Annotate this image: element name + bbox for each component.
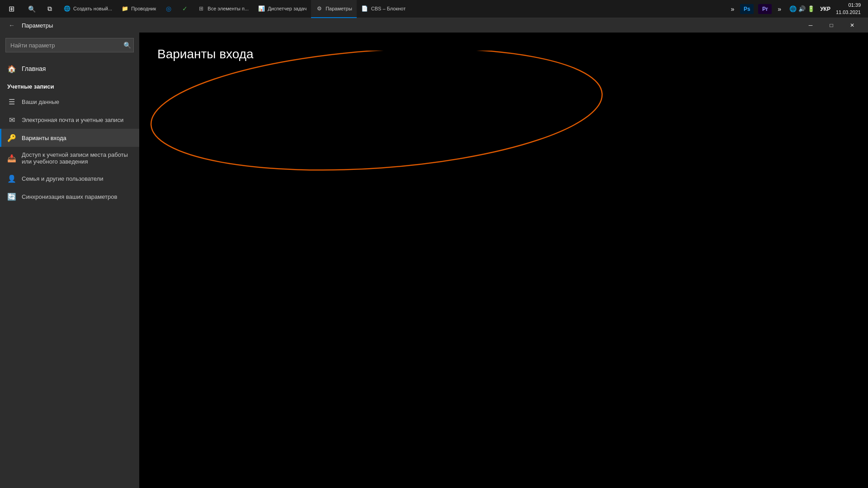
taskbar-app-tick[interactable]: ✓ — [177, 0, 193, 18]
sidebar-item-work-label: Доступ к учетной записи места работы или… — [22, 151, 132, 165]
taskbar-app-chrome[interactable]: 🌐 Создать новый... — [59, 0, 117, 18]
sidebar-search-container: 🔍 — [5, 38, 134, 52]
home-label: Главная — [22, 65, 46, 72]
sidebar-item-work[interactable]: 📥 Доступ к учетной записи места работы и… — [0, 147, 139, 169]
window-title-text: Параметры — [22, 22, 800, 29]
sidebar-section-title: Учетные записи — [0, 78, 139, 93]
taskbar-search-button[interactable]: 🔍 — [23, 0, 41, 18]
tray-volume-icon[interactable]: 🔊 — [798, 5, 806, 12]
explorer-label: Проводник — [131, 6, 156, 11]
chrome-label: Создать новый... — [73, 6, 112, 11]
all-elements-label: Все элементы п... — [208, 6, 249, 11]
taskbar-app-photoshop[interactable]: Ps — [739, 1, 755, 17]
taskbar-app-explorer[interactable]: 📁 Проводник — [117, 0, 160, 18]
close-button[interactable]: ✕ — [842, 18, 863, 33]
settings-sidebar: 🔍 🏠 Главная Учетные записи ☰ Ваши данные… — [0, 33, 139, 488]
start-button[interactable]: ⊞ — [0, 0, 23, 18]
tray-battery-icon[interactable]: 🔋 — [807, 5, 815, 12]
maximize-button[interactable]: □ — [821, 18, 842, 33]
taskbar-app-taskmgr[interactable]: 📊 Диспетчер задач — [253, 0, 311, 18]
clock-time: 01:39 — [836, 2, 861, 9]
notepad-label: CBS – Блокнот — [371, 6, 406, 11]
sidebar-item-email[interactable]: ✉ Электронная почта и учетные записи — [0, 111, 139, 129]
taskbar-app-premiere[interactable]: Pr — [757, 1, 773, 17]
taskbar-app-edge[interactable]: ◎ — [160, 0, 177, 18]
taskbar-app-notepad[interactable]: 📄 CBS – Блокнот — [357, 0, 410, 18]
task-view-icon: ⧉ — [47, 5, 52, 13]
sidebar-item-sync[interactable]: 🔄 Синхронизация ваших параметров — [0, 188, 139, 206]
sidebar-item-sign-in[interactable]: 🔑 Варианты входа — [0, 129, 139, 147]
sign-in-icon: 🔑 — [7, 133, 16, 142]
all-elements-icon: ⊞ — [198, 5, 205, 12]
window-titlebar: ← Параметры ─ □ ✕ — [0, 18, 868, 33]
home-icon: 🏠 — [7, 64, 16, 73]
task-view-button[interactable]: ⧉ — [41, 0, 59, 18]
taskmgr-icon: 📊 — [258, 5, 265, 12]
chrome-icon: 🌐 — [63, 5, 71, 12]
explorer-icon: 📁 — [121, 5, 128, 12]
sidebar-item-family[interactable]: 👤 Семья и другие пользователи — [0, 169, 139, 188]
page-title: Варианты входа — [157, 47, 850, 61]
taskmgr-label: Диспетчер задач — [268, 6, 307, 11]
tray-network-icon[interactable]: 🌐 — [789, 5, 797, 12]
maximize-icon: □ — [830, 22, 833, 28]
language-indicator[interactable]: УКР — [818, 6, 832, 12]
sidebar-item-your-data-label: Ваши данные — [22, 99, 59, 105]
sidebar-item-family-label: Семья и другие пользователи — [22, 175, 103, 182]
sidebar-item-email-label: Электронная почта и учетные записи — [22, 117, 123, 123]
sidebar-item-sync-label: Синхронизация ваших параметров — [22, 193, 117, 200]
sidebar-item-sign-in-label: Варианты входа — [22, 135, 66, 141]
taskbar-right: » Ps Pr » 🌐 🔊 🔋 УКР 01:39 11.03.2021 — [728, 0, 868, 18]
sync-icon: 🔄 — [7, 192, 16, 201]
system-tray: 🌐 🔊 🔋 УКР 01:39 11.03.2021 — [786, 2, 864, 16]
work-icon: 📥 — [7, 154, 16, 163]
settings-icon: ⚙ — [316, 5, 323, 12]
close-icon: ✕ — [850, 22, 854, 28]
taskbar: ⊞ 🔍 ⧉ 🌐 Создать новый... 📁 Проводник ◎ ✓… — [0, 0, 868, 18]
start-icon: ⊞ — [9, 5, 14, 13]
clock[interactable]: 01:39 11.03.2021 — [836, 2, 861, 16]
window-controls: ─ □ ✕ — [800, 18, 863, 33]
taskbar-app-settings[interactable]: ⚙ Параметры — [311, 0, 357, 18]
overflow-button[interactable]: » — [728, 5, 737, 13]
back-icon: ← — [9, 22, 15, 29]
family-icon: 👤 — [7, 174, 16, 183]
tray-icons: 🌐 🔊 🔋 — [789, 5, 815, 12]
svg-point-0 — [147, 51, 606, 184]
taskbar-apps: 🌐 Создать новый... 📁 Проводник ◎ ✓ ⊞ Все… — [59, 0, 728, 18]
search-icon: 🔍 — [28, 5, 36, 13]
main-panel: Варианты входа — [139, 33, 868, 488]
email-icon: ✉ — [7, 115, 16, 124]
back-button[interactable]: ← — [5, 19, 18, 32]
sidebar-item-your-data[interactable]: ☰ Ваши данные — [0, 93, 139, 111]
minimize-button[interactable]: ─ — [800, 18, 821, 33]
tray-overflow[interactable]: » — [775, 5, 784, 13]
settings-label: Параметры — [326, 6, 352, 11]
edge-icon: ◎ — [165, 5, 172, 12]
window-content: 🔍 🏠 Главная Учетные записи ☰ Ваши данные… — [0, 33, 868, 488]
clock-date: 11.03.2021 — [836, 9, 861, 16]
ps-icon: Ps — [740, 4, 754, 14]
notepad-icon: 📄 — [361, 5, 368, 12]
minimize-icon: ─ — [809, 22, 813, 28]
sidebar-item-home[interactable]: 🏠 Главная — [0, 60, 139, 78]
settings-window: ← Параметры ─ □ ✕ 🔍 🏠 Гл — [0, 18, 868, 488]
search-input[interactable] — [5, 38, 134, 52]
your-data-icon: ☰ — [7, 97, 16, 106]
search-icon: 🔍 — [123, 42, 131, 49]
taskbar-app-all-elements[interactable]: ⊞ Все элементы п... — [193, 0, 253, 18]
pr-icon: Pr — [758, 4, 772, 14]
annotation-ellipse — [139, 51, 614, 186]
tick-icon: ✓ — [181, 5, 189, 12]
